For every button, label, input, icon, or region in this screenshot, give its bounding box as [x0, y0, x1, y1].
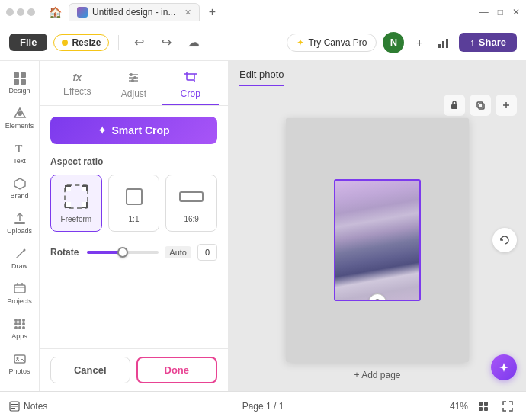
- svg-point-16: [22, 319, 25, 322]
- sidebar-label-photos: Photos: [8, 367, 30, 375]
- fullscreen-button[interactable]: [499, 397, 517, 415]
- edit-photo-tab[interactable]: Edit photo: [239, 63, 284, 86]
- share-button[interactable]: ↑ Share: [459, 33, 517, 52]
- aspect-ratio-label: Aspect ratio: [50, 156, 217, 167]
- title-bar: 🏠 Untitled design - in... ✕ + — □ ✕: [0, 0, 526, 24]
- dot-2: [17, 8, 24, 16]
- crop-option-16-9[interactable]: 16:9: [165, 175, 217, 232]
- svg-rect-11: [14, 222, 25, 224]
- bottom-bar: Notes Page 1 / 1 41%: [0, 391, 526, 420]
- svg-rect-36: [127, 189, 142, 204]
- crop-option-1-1[interactable]: 1:1: [108, 175, 160, 232]
- sidebar-item-apps[interactable]: Apps: [3, 313, 37, 345]
- done-button[interactable]: Done: [136, 357, 218, 383]
- tab-title: Untitled design - in...: [92, 7, 175, 18]
- svg-point-30: [131, 79, 134, 82]
- analytics-icon: [438, 37, 450, 49]
- magic-button[interactable]: [491, 354, 517, 380]
- file-menu-button[interactable]: File: [9, 34, 47, 51]
- add-page-button[interactable]: + Add page: [354, 370, 400, 380]
- svg-point-15: [18, 319, 21, 322]
- expand-button[interactable]: [496, 95, 517, 116]
- rotate-thumb[interactable]: [117, 247, 128, 258]
- analytics-button[interactable]: [435, 34, 453, 52]
- svg-point-22: [22, 326, 25, 329]
- svg-point-19: [22, 322, 25, 325]
- rotate-value[interactable]: 0: [197, 244, 217, 261]
- duplicate-button[interactable]: [470, 95, 491, 116]
- svg-rect-5: [14, 79, 19, 85]
- wide-crop-icon: [178, 183, 205, 210]
- sidebar-item-elements[interactable]: Elements: [3, 102, 37, 134]
- add-collaborator-button[interactable]: +: [410, 34, 428, 52]
- svg-rect-6: [21, 79, 26, 85]
- tab-favicon: [77, 7, 88, 18]
- crop-option-freeform[interactable]: Freeform: [50, 175, 102, 232]
- cancel-button[interactable]: Cancel: [50, 357, 130, 383]
- svg-rect-38: [451, 104, 457, 109]
- svg-rect-3: [14, 72, 19, 78]
- panel-tabs: fx Effects Adjust: [40, 61, 228, 106]
- adjust-tab-icon: [127, 72, 140, 85]
- sidebar-label-apps: Apps: [11, 332, 27, 340]
- tab-close-icon[interactable]: ✕: [184, 8, 191, 18]
- lock-icon: [449, 100, 460, 111]
- sidebar-item-projects[interactable]: Projects: [3, 277, 37, 309]
- redo-button[interactable]: ↪: [156, 32, 177, 53]
- zoom-level[interactable]: 41%: [450, 401, 468, 412]
- svg-rect-2: [446, 39, 448, 48]
- tab-adjust[interactable]: Adjust: [105, 67, 162, 105]
- user-avatar[interactable]: N: [383, 32, 404, 53]
- lock-button[interactable]: [444, 95, 465, 116]
- try-pro-button[interactable]: ✦ Try Canva Pro: [287, 34, 377, 52]
- browser-tab[interactable]: Untitled design - in... ✕: [69, 3, 200, 21]
- notes-icon: [9, 401, 20, 412]
- canvas-workspace[interactable]: + Add page: [229, 88, 526, 391]
- crop-options: Freeform 1:1 16:9: [50, 175, 217, 232]
- close-button[interactable]: ✕: [512, 7, 520, 18]
- canvas-refresh-icon: [499, 234, 511, 246]
- resize-button[interactable]: Resize: [53, 34, 109, 51]
- sidebar: Design Elements T Text Brand: [0, 61, 40, 391]
- sidebar-item-design[interactable]: Design: [3, 67, 37, 99]
- minimize-button[interactable]: —: [479, 7, 489, 18]
- resize-label: Resize: [72, 37, 101, 48]
- svg-point-17: [14, 322, 18, 325]
- maximize-button[interactable]: □: [498, 7, 503, 18]
- canvas-image[interactable]: [334, 179, 421, 301]
- tab-crop[interactable]: Crop: [162, 67, 219, 105]
- try-pro-label: Try Canva Pro: [308, 37, 367, 48]
- sidebar-label-text: Text: [13, 157, 26, 165]
- panel-footer: Cancel Done: [40, 348, 228, 391]
- sidebar-item-draw[interactable]: Draw: [3, 242, 37, 274]
- dot-3: [27, 8, 35, 16]
- notes-button[interactable]: Notes: [9, 401, 47, 412]
- new-tab-button[interactable]: +: [203, 3, 221, 21]
- svg-rect-4: [21, 72, 26, 78]
- svg-text:T: T: [15, 143, 23, 155]
- tab-effects[interactable]: fx Effects: [49, 67, 105, 105]
- sidebar-label-elements: Elements: [5, 122, 34, 130]
- svg-point-28: [130, 73, 133, 76]
- sidebar-item-uploads[interactable]: Uploads: [3, 207, 37, 239]
- magic-icon: [498, 361, 510, 374]
- home-icon[interactable]: 🏠: [44, 2, 66, 23]
- undo-button[interactable]: ↩: [128, 32, 149, 53]
- sidebar-item-brand[interactable]: Brand: [3, 172, 37, 204]
- window-dots: [6, 8, 35, 16]
- smart-crop-button[interactable]: ✦ Smart Crop: [50, 117, 217, 144]
- cloud-save-button[interactable]: ☁: [183, 32, 204, 53]
- grid-view-button[interactable]: [474, 397, 492, 415]
- fullscreen-icon: [502, 401, 513, 412]
- photos-icon: [13, 352, 27, 366]
- design-icon: [13, 72, 27, 85]
- sidebar-item-text[interactable]: T Text: [3, 137, 37, 169]
- toolbar: File Resize ↩ ↪ ☁ ✦ Try Canva Pro N + ↑: [0, 24, 526, 61]
- sidebar-item-photos[interactable]: Photos: [3, 348, 37, 380]
- canvas-area: Edit photo: [229, 61, 526, 391]
- rotate-slider[interactable]: [87, 251, 159, 254]
- canvas-refresh-button[interactable]: [492, 228, 517, 252]
- draw-icon: [13, 247, 27, 261]
- svg-point-14: [14, 319, 18, 322]
- sidebar-label-brand: Brand: [10, 192, 28, 200]
